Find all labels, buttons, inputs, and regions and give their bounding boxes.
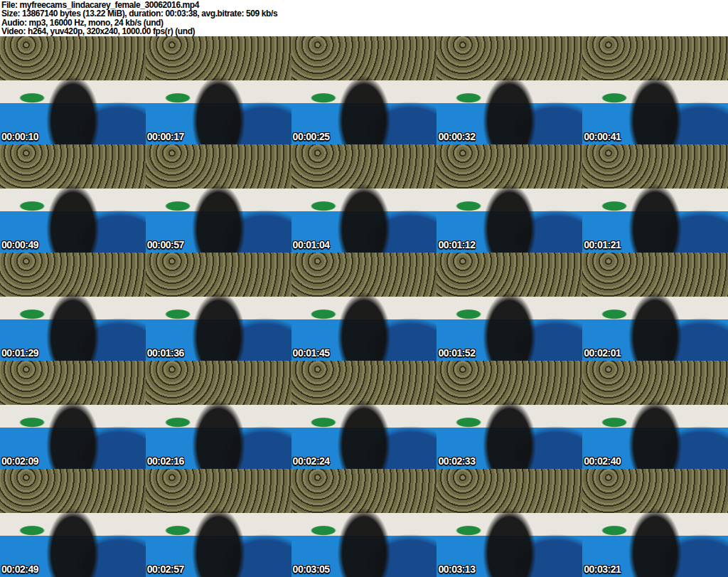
timestamp-label: 00:00:41 [584,131,621,142]
timestamp-label: 00:00:32 [438,131,475,142]
video-thumbnail: 00:02:01 [582,253,728,361]
video-thumbnail: 00:01:12 [437,144,582,253]
video-info-line: Video: h264, yuv420p, 320x240, 1000.00 f… [1,27,728,36]
video-frame-placeholder [291,36,437,144]
video-frame-placeholder [291,253,437,361]
video-thumbnail: 00:02:33 [437,361,582,469]
timestamp-label: 00:01:21 [584,239,621,250]
video-thumbnail: 00:00:41 [582,36,728,144]
video-thumbnail: 00:00:17 [146,36,291,144]
video-frame-placeholder [437,144,582,253]
video-thumbnail: 00:01:36 [146,253,291,361]
video-frame-placeholder [582,253,728,361]
video-thumbnail: 00:02:16 [146,361,291,469]
video-thumbnail: 00:01:45 [291,253,437,361]
timestamp-label: 00:02:24 [293,455,330,467]
timestamp-label: 00:01:45 [293,347,330,359]
timestamp-label: 00:01:12 [438,239,475,250]
timestamp-label: 00:01:52 [438,347,475,359]
video-thumbnail: 00:02:40 [582,361,728,469]
video-frame-placeholder [437,469,582,577]
timestamp-label: 00:02:16 [147,455,184,467]
timestamp-label: 00:02:57 [147,563,184,575]
video-frame-placeholder [291,361,437,469]
video-frame-placeholder [146,144,291,253]
timestamp-label: 00:03:05 [293,563,330,575]
timestamp-label: 00:02:40 [584,455,621,467]
video-thumbnail: 00:00:10 [0,36,146,144]
video-thumbnail: 00:00:25 [291,36,437,144]
thumbnail-grid: 00:00:10 00:00:17 00:00:25 00:00:32 00:0… [0,36,728,577]
video-frame-placeholder [291,469,437,577]
video-frame-placeholder [0,36,146,144]
video-thumbnail: 00:03:05 [291,469,437,577]
video-frame-placeholder [582,144,728,253]
video-frame-placeholder [0,144,146,253]
video-frame-placeholder [437,253,582,361]
video-thumbnail: 00:01:21 [582,144,728,253]
video-thumbnail: 00:03:13 [437,469,582,577]
video-frame-placeholder [146,36,291,144]
video-frame-placeholder [437,36,582,144]
metadata-header: File: myfreecams_lindacarey_female_30062… [0,0,728,36]
video-frame-placeholder [582,36,728,144]
timestamp-label: 00:00:25 [293,131,330,142]
file-size-line: Size: 13867140 bytes (13.22 MiB), durati… [1,9,728,18]
video-frame-placeholder [582,469,728,577]
timestamp-label: 00:01:04 [293,239,330,250]
video-frame-placeholder [0,361,146,469]
timestamp-label: 00:02:49 [1,563,38,575]
timestamp-label: 00:02:09 [1,455,38,467]
video-thumbnail: 00:02:57 [146,469,291,577]
video-thumbnail: 00:01:04 [291,144,437,253]
timestamp-label: 00:01:29 [1,347,38,359]
video-thumbnail: 00:02:09 [0,361,146,469]
timestamp-label: 00:00:10 [1,131,38,142]
timestamp-label: 00:00:57 [147,239,184,250]
video-thumbnail: 00:03:21 [582,469,728,577]
video-frame-placeholder [0,469,146,577]
video-thumbnail: 00:01:52 [437,253,582,361]
video-thumbnail: 00:00:49 [0,144,146,253]
timestamp-label: 00:00:49 [1,239,38,250]
video-frame-placeholder [437,361,582,469]
video-thumbnail: 00:00:57 [146,144,291,253]
timestamp-label: 00:02:33 [438,455,475,467]
video-thumbnail: 00:02:49 [0,469,146,577]
video-frame-placeholder [146,469,291,577]
video-frame-placeholder [291,144,437,253]
timestamp-label: 00:01:36 [147,347,184,359]
timestamp-label: 00:02:01 [584,347,621,359]
timestamp-label: 00:03:13 [438,563,475,575]
video-frame-placeholder [146,361,291,469]
video-thumbnail: 00:02:24 [291,361,437,469]
video-thumbnail: 00:00:32 [437,36,582,144]
video-frame-placeholder [582,361,728,469]
timestamp-label: 00:03:21 [584,563,621,575]
video-thumbnail: 00:01:29 [0,253,146,361]
timestamp-label: 00:00:17 [147,131,184,142]
video-frame-placeholder [0,253,146,361]
video-frame-placeholder [146,253,291,361]
